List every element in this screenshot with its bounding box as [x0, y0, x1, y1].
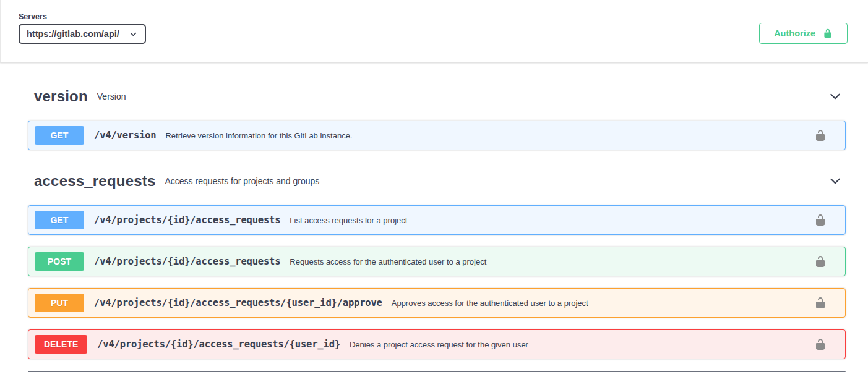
tag-header[interactable]: version Version: [28, 88, 846, 105]
operation-path: /v4/projects/{id}/access_requests/{user_…: [97, 339, 340, 350]
tag-description: Access requests for projects and groups: [165, 176, 319, 186]
unlock-icon[interactable]: [814, 129, 827, 142]
operation-row[interactable]: GET /v4/projects/{id}/access_requests Li…: [28, 205, 846, 235]
operation-path: /v4/projects/{id}/access_requests: [94, 214, 280, 226]
unlock-icon[interactable]: [814, 338, 827, 350]
operation-summary: Retrieve version information for this Gi…: [165, 131, 352, 140]
method-badge: PUT: [35, 294, 84, 312]
tag-section: version Version GET /v4/version Retrieve…: [28, 88, 846, 150]
operations-list: GET /v4/version Retrieve version informa…: [28, 121, 846, 150]
servers-block: Servers https://gitlab.com/api/: [19, 12, 146, 44]
tag-description: Version: [97, 91, 126, 101]
operation-summary: Requests access for the authenticated us…: [290, 257, 486, 266]
operation-path: /v4/projects/{id}/access_requests: [94, 256, 280, 267]
tag-name: access_requests: [34, 172, 155, 190]
server-url: https://gitlab.com/api/: [27, 29, 119, 39]
method-badge: POST: [35, 252, 84, 271]
operation-row[interactable]: PUT /v4/projects/{id}/access_requests/{u…: [28, 288, 846, 318]
operation-summary: Denies a project access request for the …: [350, 340, 528, 349]
server-select[interactable]: https://gitlab.com/api/: [19, 24, 146, 44]
section-divider: [28, 371, 846, 372]
operation-summary: Approves access for the authenticated us…: [392, 299, 588, 308]
api-sections: version Version GET /v4/version Retrieve…: [28, 88, 846, 359]
method-badge: DELETE: [35, 335, 87, 354]
unlock-icon[interactable]: [814, 214, 827, 226]
authorize-label: Authorize: [774, 28, 815, 38]
chevron-down-icon[interactable]: [828, 90, 842, 103]
authorize-button[interactable]: Authorize: [759, 23, 848, 44]
tag-header[interactable]: access_requests Access requests for proj…: [28, 172, 846, 190]
operation-row[interactable]: POST /v4/projects/{id}/access_requests R…: [28, 247, 846, 276]
chevron-down-icon[interactable]: [828, 174, 842, 188]
chevron-down-icon: [129, 30, 137, 38]
scheme-container: Servers https://gitlab.com/api/ Authoriz…: [0, 0, 868, 63]
servers-label: Servers: [19, 12, 146, 21]
operation-summary: List access requests for a project: [290, 216, 407, 225]
tag-name: version: [34, 88, 88, 105]
method-badge: GET: [35, 211, 84, 229]
operations-list: GET /v4/projects/{id}/access_requests Li…: [28, 205, 846, 359]
unlock-icon[interactable]: [814, 297, 827, 309]
operation-row[interactable]: DELETE /v4/projects/{id}/access_requests…: [28, 329, 846, 359]
operation-path: /v4/projects/{id}/access_requests/{user_…: [94, 297, 382, 308]
unlock-icon: [823, 28, 833, 38]
tag-section: access_requests Access requests for proj…: [28, 172, 846, 359]
unlock-icon[interactable]: [814, 255, 827, 268]
operation-row[interactable]: GET /v4/version Retrieve version informa…: [28, 121, 846, 150]
method-badge: GET: [35, 126, 84, 145]
operation-path: /v4/version: [94, 130, 156, 141]
